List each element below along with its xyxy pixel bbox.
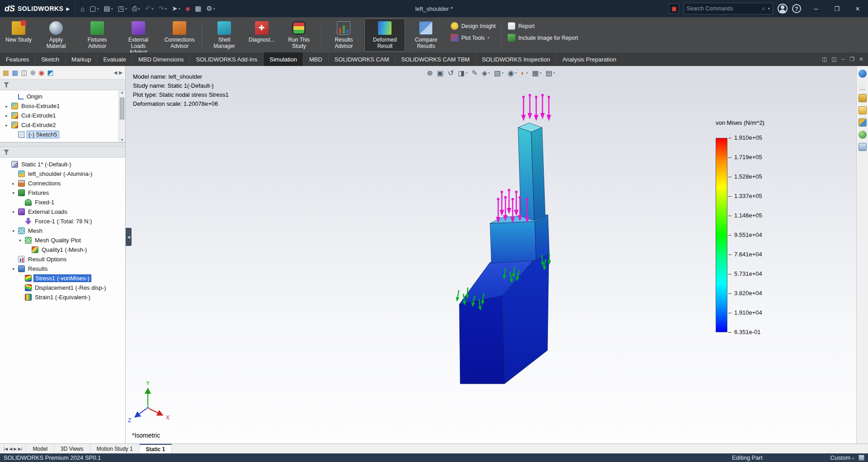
next-tab-icon[interactable]: ▶ (14, 447, 17, 451)
sheet-properties-button[interactable]: ▦ (193, 4, 203, 14)
apply-material-button[interactable]: Apply Material (36, 19, 76, 52)
restore-button[interactable]: ❐ (826, 0, 847, 17)
include-image-for-report-button[interactable]: Include Image for Report (508, 34, 578, 42)
expand-icon[interactable]: ▸ (4, 123, 9, 127)
connections-advisor-button[interactable]: Connections Advisor (159, 19, 200, 52)
tab-solidworks-cam[interactable]: SOLIDWORKS CAM (329, 52, 396, 66)
collapse-icon[interactable]: ▾ (17, 238, 23, 243)
minimize-button[interactable]: ─ (806, 0, 826, 17)
expand-icon[interactable]: ▸ (4, 104, 9, 108)
panel-collapse-button[interactable]: ◀ (126, 228, 132, 246)
select-tool-button[interactable]: ➤▾ (170, 4, 183, 14)
tree-item-origin[interactable]: Origin (1, 92, 118, 101)
tab-solidworks-add-ins[interactable]: SOLIDWORKS Add-Ins (190, 52, 264, 66)
doc-restore-icon[interactable]: ❐ (849, 56, 854, 62)
tab-motion-study-1[interactable]: Motion Study 1 (90, 444, 140, 453)
tree-item-sketch5[interactable]: (-) Sketch5 (1, 130, 118, 139)
search-input[interactable] (687, 5, 759, 12)
units-dropdown[interactable]: Custom ▾ (830, 454, 854, 461)
panel-splitter[interactable] (0, 142, 125, 147)
appearances-icon[interactable] (859, 131, 867, 139)
tree-item-strain1[interactable]: Strain1 (-Equivalent-) (1, 292, 124, 302)
tab-3d-views[interactable]: 3D Views (54, 444, 90, 453)
doc-minimize-icon[interactable]: ─ (841, 56, 845, 62)
options-button[interactable]: ⚙▾ (204, 4, 217, 14)
view-palette-icon[interactable] (859, 118, 867, 127)
tab-analysis-preparation[interactable]: Analysis Preparation (557, 52, 623, 66)
design-insight-button[interactable]: Design Insight (451, 22, 495, 30)
tree-item-stress1[interactable]: Stress1 (-vonMises-) (1, 273, 124, 283)
tree-item-results[interactable]: ▾ Results (1, 264, 124, 273)
tree-item-mesh[interactable]: ▾ Mesh (1, 226, 124, 236)
tab-mbd-dimensions[interactable]: MBD Dimensions (132, 52, 190, 66)
new-document-button[interactable]: ▢▾ (87, 4, 101, 14)
plot-tools-button[interactable]: Plot Tools ▾ (451, 34, 495, 42)
collapse-icon[interactable]: ▾ (10, 229, 16, 233)
new-study-button[interactable]: New Study (2, 19, 35, 52)
undo-button[interactable]: ↶▾ (143, 4, 156, 14)
tab-sketch[interactable]: Sketch (35, 52, 66, 66)
graphics-viewport[interactable]: Model name: left_shoulder Study name: St… (126, 66, 856, 443)
welcome-button[interactable]: ⌂ (78, 4, 87, 14)
design-library-icon[interactable] (859, 94, 867, 102)
search-icon[interactable]: ⌕ (762, 5, 765, 12)
scrollbar-thumb[interactable] (120, 98, 124, 119)
tree-item-static-study[interactable]: Static 1* (-Default-) (1, 160, 124, 169)
diagnostics-button[interactable]: Diagnost... (245, 19, 278, 52)
collapse-icon[interactable]: ▾ (10, 191, 16, 195)
tab-model[interactable]: Model (26, 444, 54, 453)
expand-icon[interactable]: ▸ (10, 181, 16, 186)
compare-results-button[interactable]: Compare Results (406, 19, 446, 52)
command-search[interactable]: ⌕ ▾ (684, 3, 773, 14)
redo-button[interactable]: ↷▾ (156, 4, 169, 14)
tree-item-boss-extrude1[interactable]: ▸ Boss-Extrude1 (1, 101, 118, 111)
shell-manager-button[interactable]: Shell Manager (204, 19, 245, 52)
expand-icon[interactable]: ▸ (4, 113, 9, 118)
scroll-down-icon[interactable]: ▼ (120, 138, 124, 142)
tree-item-force-1[interactable]: Force-1 (:Total: 78 N:) (1, 217, 124, 226)
feature-manager-tab-icon[interactable]: ▩ (3, 69, 9, 77)
scroll-up-icon[interactable]: ▲ (120, 90, 124, 94)
status-tag-icon[interactable] (859, 455, 864, 461)
3dexperience-icon[interactable]: ▣ (669, 4, 679, 14)
feature-tree-scrollbar[interactable]: ▲ ▼ (118, 90, 125, 142)
solidworks-logo[interactable]: dS SOLIDWORKS ▶ (0, 0, 75, 17)
tree-item-fixtures[interactable]: ▾ Fixtures (1, 188, 124, 198)
fixtures-advisor-button[interactable]: Fixtures Advisor (77, 19, 118, 52)
first-tab-icon[interactable]: |◀ (4, 447, 8, 451)
tab-simulation[interactable]: Simulation (264, 52, 303, 66)
open-button[interactable]: ▤▾ (101, 4, 115, 14)
results-advisor-button[interactable]: Results Advisor (323, 19, 364, 52)
resources-icon[interactable] (859, 70, 867, 78)
tab-features[interactable]: Features (0, 52, 35, 66)
feature-tree-filter-bar[interactable] (0, 80, 125, 90)
tree-item-left-shoulder[interactable]: left_shoulder (-Alumina-) (1, 169, 124, 179)
tree-item-mesh-quality-plot[interactable]: ▾ Mesh Quality Plot (1, 236, 124, 245)
panel-tab-next-icon[interactable]: ▶ (119, 70, 123, 75)
tree-item-cut-extrude2[interactable]: ▸ Cut-Extrude2 (1, 120, 118, 130)
tab-solidworks-cam-tbm[interactable]: SOLIDWORKS CAM TBM (395, 52, 476, 66)
file-explorer-icon[interactable] (859, 106, 867, 114)
search-dropdown-icon[interactable]: ▾ (768, 6, 770, 11)
display-manager-tab-icon[interactable]: ◉ (38, 69, 44, 77)
simulation-manager-tab-icon[interactable]: ◩ (47, 69, 53, 77)
home-icon[interactable] (859, 82, 867, 90)
collapse-icon[interactable]: ▾ (10, 267, 16, 271)
pane-split-left-icon[interactable]: ◫ (822, 56, 827, 62)
tree-item-displacement1[interactable]: Displacement1 (-Res disp-) (1, 283, 124, 292)
record-button[interactable]: ◉ (183, 5, 192, 13)
tab-evaluate[interactable]: Evaluate (97, 52, 132, 66)
prev-tab-icon[interactable]: ◀ (9, 447, 12, 451)
configuration-manager-tab-icon[interactable]: ◫ (21, 69, 27, 77)
user-account-icon[interactable] (778, 4, 788, 14)
run-this-study-button[interactable]: Run This Study (278, 19, 319, 52)
report-button[interactable]: Report (508, 22, 578, 30)
panel-tab-prev-icon[interactable]: ◀ (114, 70, 118, 75)
tree-item-result-options[interactable]: Result Options (1, 255, 124, 264)
study-tree-filter-bar[interactable] (0, 147, 125, 158)
tab-markup[interactable]: Markup (66, 52, 97, 66)
last-tab-icon[interactable]: ▶| (18, 447, 22, 451)
collapse-icon[interactable]: ▾ (10, 210, 16, 214)
tab-static-1[interactable]: Static 1 (140, 444, 172, 453)
save-button[interactable]: ◳▾ (116, 4, 129, 14)
